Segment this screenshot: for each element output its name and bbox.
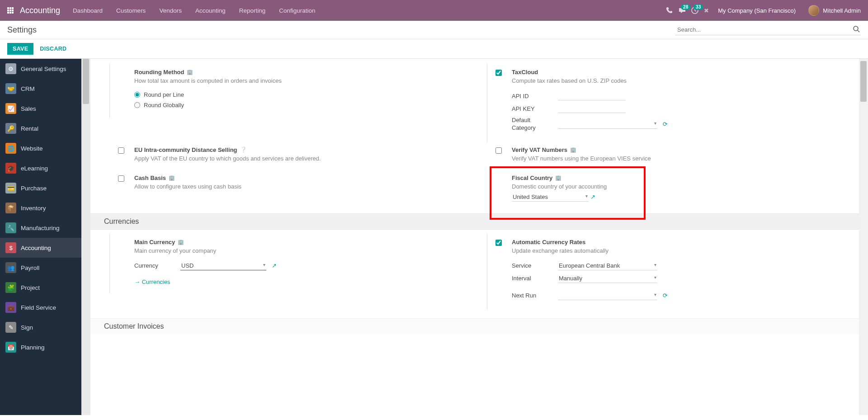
save-button[interactable]: SAVE [7, 43, 33, 55]
refresh-icon[interactable]: ⟳ [663, 121, 668, 127]
search-icon[interactable] [853, 25, 860, 34]
sidebar-item-label: Payroll [21, 264, 39, 271]
menu-reporting[interactable]: Reporting [233, 2, 272, 19]
user-menu[interactable]: Mitchell Admin [805, 5, 864, 16]
building-icon: 🏢 [570, 147, 576, 153]
activities-icon[interactable]: 33 [691, 7, 698, 14]
radio-label: Round per Line [144, 91, 184, 98]
sidebar-item-website[interactable]: 🌐Website [0, 138, 81, 158]
svg-rect-7 [9, 12, 11, 14]
radio-round-globally[interactable]: Round Globally [134, 100, 477, 110]
sidebar-item-general[interactable]: ⚙General Settings [0, 59, 81, 79]
menu-accounting[interactable]: Accounting [189, 2, 232, 19]
setting-desc: Apply VAT of the EU country to which goo… [134, 155, 477, 162]
setting-eu-distance: EU Intra-community Distance Selling ❔ Ap… [109, 142, 477, 170]
field-label: Interval [512, 275, 552, 282]
puzzle-icon: 🧩 [5, 282, 16, 293]
sidebar-item-rental[interactable]: 🔑Rental [0, 118, 81, 138]
input-api-key[interactable] [558, 104, 626, 113]
top-navbar: Accounting Dashboard Customers Vendors A… [0, 0, 868, 21]
radio-input[interactable] [134, 92, 140, 98]
sidebar-item-label: Accounting [21, 245, 51, 251]
refresh-icon[interactable]: ⟳ [663, 292, 668, 299]
setting-title: Fiscal Country [512, 175, 552, 181]
sidebar-item-label: Sign [21, 324, 33, 331]
messages-badge: 28 [681, 4, 690, 10]
sidebar-item-manufacturing[interactable]: 🔧Manufacturing [0, 218, 81, 238]
phone-icon[interactable] [666, 7, 673, 14]
sidebar-item-sign[interactable]: ✎Sign [0, 317, 81, 337]
content-scrollbar[interactable] [859, 59, 868, 415]
apps-icon[interactable] [4, 4, 17, 17]
checkbox-verify-vat[interactable] [495, 147, 502, 154]
checkbox-cash-basis[interactable] [118, 175, 124, 182]
select-currency[interactable]: USD [180, 261, 266, 270]
svg-rect-8 [12, 12, 14, 14]
sidebar-item-sales[interactable]: 📈Sales [0, 99, 81, 118]
select-interval[interactable]: Manually [558, 274, 657, 283]
field-label: API KEY [512, 105, 552, 112]
page-title: Settings [7, 25, 37, 35]
input-next-run[interactable] [558, 291, 657, 300]
sidebar-item-label: Inventory [21, 205, 46, 212]
setting-title: Main Currency [134, 239, 175, 245]
svg-rect-2 [12, 7, 14, 9]
debug-icon[interactable]: ✖ [704, 7, 709, 14]
field-label: Default Category [512, 117, 552, 132]
sidebar-item-elearning[interactable]: 🎓eLearning [0, 158, 81, 178]
building-icon: 🏢 [178, 239, 184, 245]
key-icon: 🔑 [5, 123, 16, 134]
setting-cash-basis: Cash Basis 🏢 Allow to configure taxes us… [109, 170, 477, 198]
radio-input[interactable] [134, 102, 140, 108]
external-link-icon[interactable]: ↗ [590, 193, 595, 200]
external-link-icon[interactable]: ↗ [272, 262, 277, 269]
sidebar-item-planning[interactable]: 📅Planning [0, 337, 81, 357]
money-icon: $ [5, 242, 16, 253]
discard-button[interactable]: DISCARD [40, 46, 66, 52]
sidebar-item-crm[interactable]: 🤝CRM [0, 79, 81, 99]
menu-dashboard[interactable]: Dashboard [66, 2, 109, 19]
select-fiscal-country[interactable]: United States [512, 193, 589, 202]
brand-title[interactable]: Accounting [20, 6, 60, 15]
messages-icon[interactable]: 28 [679, 7, 686, 14]
link-label: Currencies [142, 278, 170, 285]
select-default-category[interactable] [558, 120, 657, 129]
sidebar-item-label: Field Service [21, 304, 56, 311]
setting-desc: Main currency of your company [134, 247, 477, 254]
setting-taxcloud: TaxCloud Compute tax rates based on U.S.… [487, 64, 854, 142]
svg-point-10 [854, 26, 858, 31]
setting-desc: How total tax amount is computed in orde… [134, 77, 477, 84]
select-service[interactable]: European Central Bank [558, 261, 657, 270]
input-api-id[interactable] [558, 91, 626, 100]
field-label: Service [512, 262, 552, 269]
graduation-icon: 🎓 [5, 163, 16, 174]
sidebar-item-inventory[interactable]: 📦Inventory [0, 198, 81, 218]
top-menu: Dashboard Customers Vendors Accounting R… [66, 2, 322, 19]
setting-title: Automatic Currency Rates [512, 239, 585, 245]
radio-round-per-line[interactable]: Round per Line [134, 90, 477, 100]
sidebar-item-project[interactable]: 🧩Project [0, 278, 81, 297]
select-value: United States [513, 193, 548, 200]
menu-customers[interactable]: Customers [110, 2, 152, 19]
setting-rounding: Rounding Method 🏢 How total tax amount i… [109, 64, 477, 118]
menu-vendors[interactable]: Vendors [153, 2, 188, 19]
help-icon[interactable]: ❔ [240, 146, 247, 153]
content: Rounding Method 🏢 How total tax amount i… [90, 59, 868, 415]
sidebar-item-accounting[interactable]: $Accounting [0, 238, 81, 258]
sidebar-item-payroll[interactable]: 👥Payroll [0, 258, 81, 278]
sidebar-item-label: General Settings [21, 66, 66, 72]
checkbox-auto-rates[interactable] [495, 240, 502, 246]
search-input[interactable] [675, 24, 861, 35]
section-currencies: Currencies [90, 213, 868, 230]
company-switcher[interactable]: My Company (San Francisco) [714, 7, 799, 14]
menu-configuration[interactable]: Configuration [273, 2, 321, 19]
sidebar-scrollbar[interactable] [81, 59, 90, 415]
setting-fiscal-country: Fiscal Country 🏢 Domestic country of you… [487, 170, 854, 210]
link-currencies[interactable]: → Currencies [134, 278, 170, 285]
calendar-icon: 📅 [5, 342, 16, 353]
checkbox-taxcloud[interactable] [495, 70, 502, 76]
select-value: Manually [559, 275, 582, 282]
checkbox-eu-distance[interactable] [118, 147, 124, 154]
sidebar-item-purchase[interactable]: 💳Purchase [0, 178, 81, 198]
sidebar-item-field-service[interactable]: 💼Field Service [0, 297, 81, 317]
